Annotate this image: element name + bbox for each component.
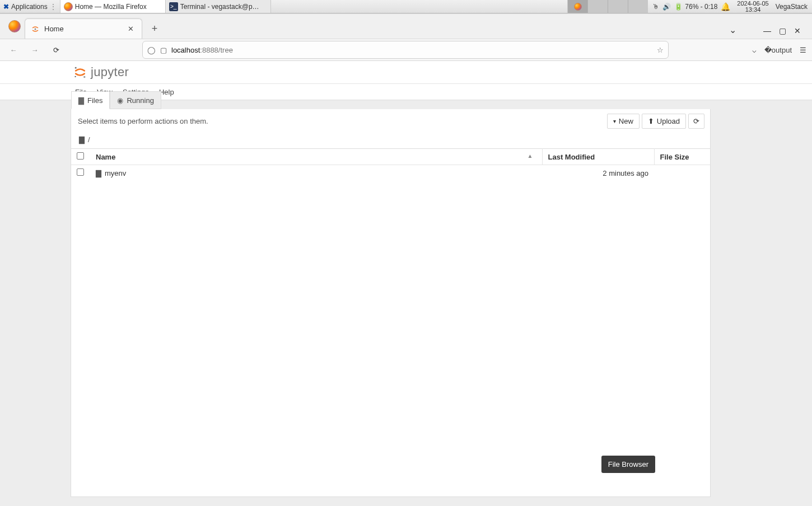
task-terminal-label: Terminal - vegastack@p… [180,3,259,11]
task-firefox-label: Home — Mozilla Firefox [75,3,147,11]
svg-point-1 [75,67,77,69]
workspace-indicator-1[interactable] [567,0,587,13]
row-name: myenv [105,169,126,177]
tab-running[interactable]: ◉ Running [110,91,161,109]
table-row[interactable]: ▇myenv2 minutes ago [71,165,710,181]
volume-icon[interactable]: 🔊 [662,3,671,11]
folder-icon: ▇ [96,169,101,177]
upload-button[interactable]: ⬆Upload [642,114,686,129]
row-checkbox[interactable] [77,168,84,176]
upload-label: Upload [657,117,680,125]
header-size[interactable]: File Size [654,149,710,165]
header-size-label: File Size [660,153,689,161]
new-label: New [619,117,633,125]
row-modified: 2 minutes ago [542,165,654,181]
applications-menu[interactable]: ✖ Applications ⋮ [0,0,60,13]
upload-icon: ⬆ [648,117,654,125]
maximize-button[interactable]: ▢ [779,26,786,35]
svg-point-2 [83,76,85,78]
workspace-indicator-3[interactable] [608,0,628,13]
battery-indicator[interactable]: 🔋 76% - 0:18 [674,3,717,11]
shield-icon[interactable]: ◯ [147,46,156,54]
taskbar-task-firefox[interactable]: Home — Mozilla Firefox [60,0,166,13]
svg-point-0 [35,28,36,30]
jupyter-favicon-icon [31,25,40,34]
breadcrumb-folder-icon[interactable]: ▇ [79,135,85,144]
workspace-indicator-2[interactable] [587,0,608,13]
tab-files[interactable]: ▇ Files [71,91,110,109]
jupyter-logo[interactable]: jupyter [73,65,129,79]
firefox-icon [64,2,73,11]
page-content: jupyter File View Settings Help ▇ Files … [0,61,812,506]
firefox-home-button[interactable] [4,16,25,36]
breadcrumb-root[interactable]: / [88,135,90,144]
header-modified-label: Last Modified [548,153,595,161]
battery-text: 76% - 0:18 [685,3,717,11]
navigation-toolbar: ← → ⟳ ◯ ▢ localhost:8888/tree ☆ ⌵ �outpu… [0,39,812,61]
notifications-icon[interactable]: 🔔 [721,2,730,11]
workspace-indicator-4[interactable] [628,0,648,13]
menu-separator-icon: ⋮ [50,3,57,11]
url-bar[interactable]: ◯ ▢ localhost:8888/tree ☆ [142,41,669,59]
window-controls: — ▢ ✕ [757,26,808,35]
url-host: localhost [171,46,200,54]
caret-down-icon: ▾ [613,118,616,124]
file-browser-tooltip: File Browser [601,456,655,473]
sort-ascending-icon: ▲ [528,153,533,159]
bookmark-star-icon[interactable]: ☆ [657,46,664,54]
row-name-cell[interactable]: ▇myenv [90,165,542,181]
file-table: Name ▲ Last Modified File Size ▇myenv2 m… [71,148,710,181]
header-modified[interactable]: Last Modified [542,149,654,165]
clock-date: 2024-06-05 [737,1,768,7]
table-header-row: Name ▲ Last Modified File Size [71,149,710,165]
header-name-label: Name [96,153,115,161]
tab-files-label: Files [87,96,102,105]
app-menu-icon[interactable]: ☰ [800,46,806,54]
tab-running-label: Running [127,96,153,105]
extensions-icon[interactable]: �output [764,46,792,54]
user-label[interactable]: VegaStack [776,3,808,11]
pocket-icon[interactable]: ⌵ [752,46,757,54]
network-icon[interactable]: 🖰 [652,3,659,11]
file-toolbar: Select items to perform actions on them.… [71,109,710,133]
panel-tabs: ▇ Files ◉ Running [71,91,710,109]
jupyter-logo-icon [73,65,87,79]
browser-tab-home[interactable]: Home ✕ [25,18,142,39]
minimize-button[interactable]: — [763,26,771,35]
header-name[interactable]: Name ▲ [90,149,542,165]
tab-title: Home [44,25,121,33]
file-browser-panel: ▇ Files ◉ Running Select items to perfor… [71,109,711,497]
site-info-icon[interactable]: ▢ [160,46,167,54]
url-rest: :8888/tree [200,46,233,54]
close-window-button[interactable]: ✕ [794,26,801,35]
jupyter-header: jupyter [0,61,812,83]
tooltip-text: File Browser [608,460,648,468]
refresh-button[interactable]: ⟳ [688,114,704,129]
running-icon: ◉ [117,96,123,105]
back-button[interactable]: ← [6,42,21,58]
forward-button[interactable]: → [27,42,43,58]
tab-strip: Home ✕ + ⌄ — ▢ ✕ [0,14,812,39]
battery-icon: 🔋 [674,3,683,11]
svg-point-3 [74,76,76,77]
system-tray: 🖰 🔊 🔋 76% - 0:18 🔔 2024-06-05 13:34 Vega… [648,0,812,13]
applications-icon: ✖ [3,3,9,11]
reload-button[interactable]: ⟳ [48,42,64,58]
firefox-icon [8,20,21,32]
refresh-icon: ⟳ [693,117,699,125]
new-tab-button[interactable]: + [147,21,162,36]
clock[interactable]: 2024-06-05 13:34 [734,1,772,13]
tab-list-button[interactable]: ⌄ [729,25,736,35]
terminal-icon: >_ [169,2,178,11]
applications-label: Applications [11,3,48,11]
taskbar-task-terminal[interactable]: >_ Terminal - vegastack@p… [166,0,271,13]
folder-icon: ▇ [78,96,84,105]
new-button[interactable]: ▾New [607,114,640,129]
jupyter-logo-text: jupyter [91,65,129,79]
select-all-checkbox[interactable] [77,152,84,160]
toolbar-right: ⌵ �output ☰ [752,46,806,54]
tab-close-icon[interactable]: ✕ [125,24,136,34]
url-text: localhost:8888/tree [171,46,233,54]
jupyter-body: ▇ Files ◉ Running Select items to perfor… [0,100,812,506]
row-size [654,165,710,181]
